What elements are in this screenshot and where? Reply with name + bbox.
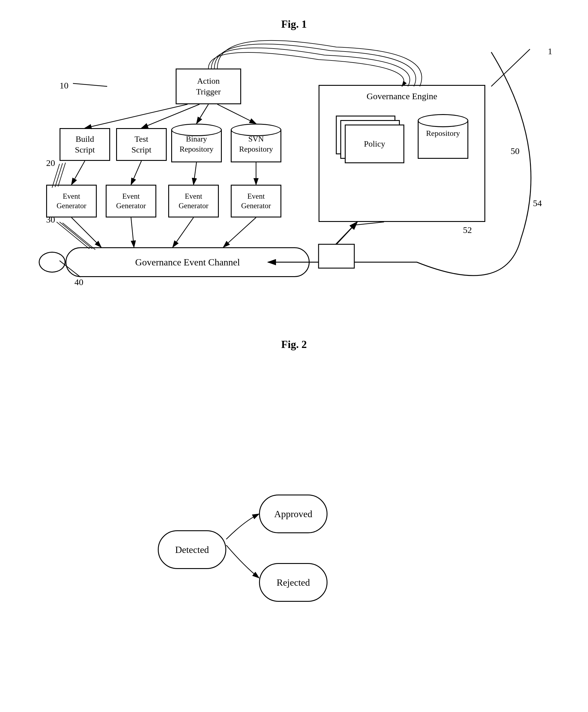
approved-label: Approved bbox=[274, 509, 312, 520]
svg-line-2 bbox=[491, 49, 530, 86]
svn-repo-label: SVN Repository bbox=[231, 134, 281, 154]
label-20: 20 bbox=[46, 158, 55, 168]
svg-line-23 bbox=[356, 222, 384, 225]
policy-label: Policy bbox=[364, 139, 385, 149]
build-script-label: Build Script bbox=[75, 134, 95, 156]
svg-line-13 bbox=[131, 218, 134, 247]
svg-line-20 bbox=[60, 222, 92, 249]
binary-repo-cylinder: Binary Repository bbox=[171, 124, 222, 162]
event-gen-1-label: Event Generator bbox=[57, 191, 86, 211]
label-52: 52 bbox=[463, 225, 472, 235]
test-script-box: Test Script bbox=[116, 128, 167, 161]
gov-channel: Governance Event Channel bbox=[65, 247, 310, 277]
svg-line-7 bbox=[217, 104, 256, 124]
svg-line-14 bbox=[173, 218, 193, 247]
fig2-title: Fig. 2 bbox=[0, 338, 588, 351]
event-gen-4-box: Event Generator bbox=[231, 185, 281, 218]
governance-engine-box: Governance Engine Policy Repository bbox=[319, 85, 485, 222]
channel-oval bbox=[39, 252, 65, 272]
gov-channel-label: Governance Event Channel bbox=[135, 257, 240, 268]
policy-box: Policy bbox=[345, 124, 404, 163]
detected-label: Detected bbox=[175, 544, 209, 555]
label-54: 54 bbox=[533, 198, 542, 208]
svg-line-6 bbox=[196, 104, 208, 124]
event-gen-3-label: Event Generator bbox=[178, 191, 208, 211]
svg-line-10 bbox=[193, 162, 196, 185]
event-gen-3-box: Event Generator bbox=[168, 185, 219, 218]
svg-line-17 bbox=[55, 163, 63, 187]
svn-repo-cylinder: SVN Repository bbox=[231, 124, 281, 162]
label-40: 40 bbox=[75, 277, 83, 287]
event-gen-2-label: Event Generator bbox=[116, 191, 146, 211]
event-gen-1-box: Event Generator bbox=[46, 185, 97, 218]
svg-line-3 bbox=[73, 83, 107, 86]
build-script-box: Build Script bbox=[60, 128, 110, 161]
svg-line-8 bbox=[71, 161, 85, 185]
gov-repo-cylinder: Repository bbox=[418, 114, 468, 159]
svg-line-15 bbox=[223, 218, 256, 247]
svg-line-12 bbox=[71, 218, 101, 247]
svg-rect-24 bbox=[319, 244, 354, 268]
rejected-label: Rejected bbox=[277, 577, 310, 588]
rejected-node: Rejected bbox=[259, 563, 328, 602]
action-trigger-box: Action Trigger bbox=[176, 68, 241, 104]
svg-line-22 bbox=[319, 222, 357, 262]
test-script-label: Test Script bbox=[132, 134, 151, 156]
detected-node: Detected bbox=[158, 530, 226, 569]
event-gen-4-label: Event Generator bbox=[241, 191, 271, 211]
label-1: 1 bbox=[548, 46, 552, 56]
svg-line-18 bbox=[58, 163, 65, 186]
svg-line-19 bbox=[57, 222, 89, 249]
fig1-title: Fig. 1 bbox=[0, 18, 588, 30]
gov-repo-label: Repository bbox=[418, 129, 468, 138]
approved-node: Approved bbox=[259, 494, 328, 533]
svg-line-25 bbox=[336, 222, 357, 244]
svg-line-21 bbox=[63, 223, 95, 250]
label-10: 10 bbox=[60, 80, 68, 90]
event-gen-2-box: Event Generator bbox=[106, 185, 156, 218]
binary-repo-label: Binary Repository bbox=[171, 134, 222, 154]
gov-engine-label: Governance Engine bbox=[319, 91, 484, 101]
svg-line-9 bbox=[131, 161, 142, 185]
label-50: 50 bbox=[510, 146, 520, 156]
action-trigger-label: Action Trigger bbox=[196, 76, 221, 97]
